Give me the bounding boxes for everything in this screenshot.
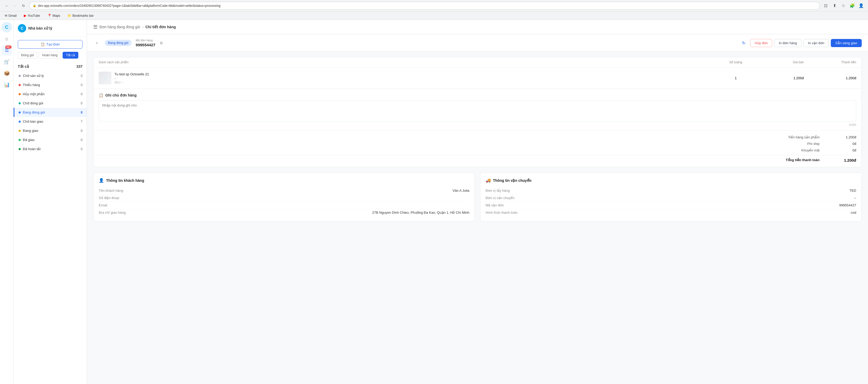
filter-tab-hoan-hang[interactable]: Hoàn hàng: [39, 52, 61, 59]
sidebar-item-huy-mot-phan[interactable]: Hủy một phần 0: [13, 90, 87, 99]
logo-circle: C: [18, 24, 26, 32]
bookmark-bookmarks-bar[interactable]: 📁 Bookmarks bar: [66, 13, 95, 18]
product-info: Tu test sp Octosells 21 -- SKU: --: [115, 72, 149, 84]
bookmark-gmail[interactable]: ✉ Gmail: [3, 13, 18, 18]
payment-method-row: Hình thức thanh toán cod: [486, 209, 856, 216]
sidebar-item-dang-giao[interactable]: Đang giao 0: [13, 126, 87, 135]
shipping-info-card: 🚚 Thông tin vận chuyển Đơn vị lấy hàng T…: [480, 172, 862, 221]
page-header: ☰ Đơn hàng đang đóng gói › Chi tiết đơn …: [87, 20, 868, 34]
summary-row-total: Tổng tiền thanh toán 1.200đ: [93, 155, 862, 164]
sidebar-item-da-hoan-tat[interactable]: Đã hoàn tất 0: [13, 144, 87, 153]
share-btn[interactable]: ⬆: [831, 2, 838, 9]
create-order-icon: 📋: [40, 42, 45, 46]
sidebar-title: Nhà bán xử lý: [28, 26, 52, 30]
order-header: ‹ Đang đóng gói Mã đơn hàng 999554427 ⧉ …: [87, 34, 868, 52]
label-cho-ban-giao: Chờ bàn giao: [23, 119, 43, 124]
payment-method-value: cod: [851, 211, 856, 214]
tracking-row: Mã vận đơn 999554427: [486, 202, 856, 209]
dot-cho-dong-goi: [19, 102, 21, 104]
gmail-label: Gmail: [8, 14, 17, 18]
extensions-btn[interactable]: 🧩: [848, 2, 856, 9]
all-count: 337: [76, 64, 83, 69]
label-cho-dong-goi: Chờ đóng gói: [23, 101, 43, 105]
header-actions: ↻ Hủy đơn In đơn hàng In vận đơn Sẵn sàn…: [739, 38, 862, 47]
youtube-icon: ▶: [24, 13, 27, 18]
print-order-button[interactable]: In đơn hàng: [774, 39, 801, 47]
note-textarea[interactable]: [99, 100, 856, 121]
address-bar[interactable]: 🔒 dev-app.octosells.com/orders/334926013…: [29, 2, 820, 10]
print-shipping-button[interactable]: In vận đơn: [804, 39, 829, 47]
carrier-label: Đơn vị vận chuyển: [486, 196, 515, 200]
label-dang-giao: Đang giao: [23, 129, 38, 133]
label-da-giao: Đã giao: [23, 138, 35, 142]
sidebar: C Nhà bán xử lý 📋 Tạo Đơn Đóng gói Hoàn …: [13, 20, 87, 384]
note-counter: 0/200: [99, 123, 856, 126]
order-id-label: Mã đơn hàng: [136, 39, 155, 42]
breadcrumb: Đơn hàng đang đóng gói › Chi tiết đơn hà…: [99, 25, 176, 29]
filter-tab-tat-ca[interactable]: Tất cả: [63, 52, 78, 59]
logo-btn[interactable]: C: [2, 22, 12, 32]
star-btn[interactable]: ☆: [840, 2, 847, 9]
product-cell: 📄 Tu test sp Octosells 21 -- SKU: --: [99, 72, 720, 84]
bookmark-youtube[interactable]: ▶ YouTube: [22, 13, 41, 18]
maps-icon: 📍: [48, 13, 52, 18]
sidebar-item-cho-ban-giao[interactable]: Chờ bàn giao 7: [13, 117, 87, 126]
content-body: Danh sách sản phẩm Số lượng Giá bán Thàn…: [87, 52, 868, 232]
label-cho-san-xu-ly: Chờ sàn xử lý: [23, 74, 44, 78]
table-header: Danh sách sản phẩm Số lượng Giá bán Thàn…: [93, 57, 862, 68]
screenshot-btn[interactable]: ⊡: [822, 2, 829, 9]
summary-label-discount: Khuyến mãi: [802, 148, 819, 152]
customer-name-label: Tên khách hàng: [99, 188, 123, 193]
sidebar-item-da-giao[interactable]: Đã giao 0: [13, 135, 87, 144]
browser-chrome: ← → ↻ 🔒 dev-app.octosells.com/orders/334…: [0, 0, 868, 11]
bookmarks-bar-label: Bookmarks bar: [72, 14, 94, 18]
back-order-button[interactable]: ‹: [93, 39, 100, 46]
create-order-button[interactable]: 📋 Tạo Đơn: [18, 40, 83, 49]
count-da-giao: 0: [81, 138, 83, 142]
order-id-section: Mã đơn hàng 999554427: [136, 39, 155, 47]
summary-total-label: Tổng tiền thanh toán: [786, 158, 819, 163]
pickup-unit-label: Đơn vị lấy hàng: [486, 188, 510, 193]
app-container: C ⌂ ☰ 99+ 🛒 📦 📊 C Nhà bán xử lý 📋 Tạo Đơ…: [0, 20, 868, 384]
back-button[interactable]: ←: [3, 2, 10, 9]
product-thumbnail: 📄: [99, 72, 111, 84]
filter-tab-dong-goi[interactable]: Đóng gói: [18, 52, 37, 59]
summary-row-discount: Khuyến mãi 0đ: [93, 147, 862, 153]
product-quantity: 1: [720, 76, 751, 80]
bookmarks-bar: ✉ Gmail ▶ YouTube 📍 Maps 📁 Bookmarks bar: [0, 11, 868, 20]
ready-to-ship-button[interactable]: Sẵn sàng giao: [831, 39, 862, 47]
sidebar-item-dang-dong-goi[interactable]: Đang đóng gói 8: [13, 108, 87, 117]
label-da-hoan-tat: Đã hoàn tất: [23, 147, 40, 151]
sidebar-item-thieu-hang[interactable]: Thiếu hàng 0: [13, 80, 87, 90]
copy-order-id-button[interactable]: ⧉: [159, 40, 163, 46]
browser-actions: ⊡ ⬆ ☆ 🧩 👤: [822, 2, 865, 9]
orders-icon-btn[interactable]: ☰ 99+: [2, 45, 12, 56]
product-variant: --: [115, 77, 149, 80]
forward-button[interactable]: →: [11, 2, 19, 9]
filter-tabs: Đóng gói Hoàn hàng Tất cả: [13, 52, 87, 62]
nav-buttons: ← → ↻: [3, 2, 27, 9]
summary-value-ship: 0đ: [835, 142, 856, 146]
sidebar-item-cho-san-xu-ly[interactable]: Chờ sàn xử lý 0: [13, 71, 87, 80]
chart-icon-btn[interactable]: 📊: [2, 79, 12, 90]
tracking-value: 999554427: [839, 203, 856, 207]
cancel-order-button[interactable]: Hủy đơn: [750, 39, 772, 47]
breadcrumb-parent[interactable]: Đơn hàng đang đóng gói: [99, 25, 140, 29]
refresh-button[interactable]: ↻: [739, 38, 748, 47]
count-huy-mot-phan: 0: [81, 92, 83, 96]
customer-title-label: Thông tin khách hàng: [106, 178, 144, 183]
customer-address-row: Địa chỉ giao hàng 27B Nguyen Dinh Chieu,…: [99, 209, 469, 216]
sidebar-item-cho-dong-goi[interactable]: Chờ đóng gói 0: [13, 99, 87, 108]
home-icon-btn[interactable]: ⌂: [2, 33, 12, 44]
bookmark-maps[interactable]: 📍 Maps: [46, 13, 62, 18]
box-icon-btn[interactable]: 📦: [2, 68, 12, 78]
menu-icon[interactable]: ☰: [93, 24, 97, 30]
reload-button[interactable]: ↻: [20, 2, 27, 9]
summary-row-ship: Phí ship 0đ: [93, 140, 862, 147]
table-row: 📄 Tu test sp Octosells 21 -- SKU: -- 1 1…: [93, 68, 862, 89]
summary-row-product: Tiền hàng sản phẩm 1.200đ: [93, 134, 862, 140]
profile-btn[interactable]: 👤: [858, 2, 865, 9]
dot-cho-san-xu-ly: [19, 75, 21, 77]
sidebar-all-item[interactable]: Tất cả 337: [13, 62, 87, 71]
cart-icon-btn[interactable]: 🛒: [2, 57, 12, 67]
